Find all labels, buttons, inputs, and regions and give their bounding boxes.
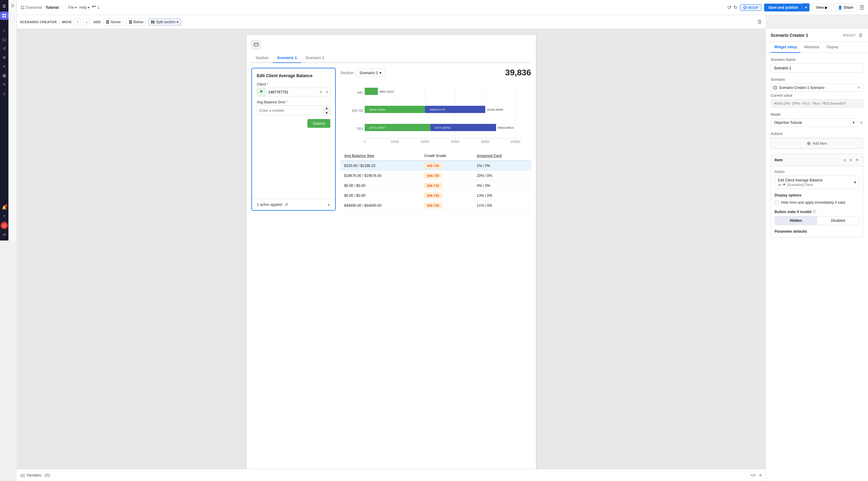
number-down-btn[interactable]: ▼ xyxy=(323,110,330,115)
balance-cell: $44690.00 / $44690.00 xyxy=(341,201,421,211)
star-icon[interactable]: ☆ xyxy=(60,5,63,10)
svg-rect-14 xyxy=(129,22,132,24)
balance-cell: $0.00 / $0.00 xyxy=(341,191,421,201)
client-input-wrap[interactable]: 1497767701 ✕ ▾ xyxy=(257,88,330,96)
move-down-btn[interactable]: ↓ xyxy=(83,19,90,25)
grade-cell: 640-730 xyxy=(421,171,434,181)
clear-client-icon[interactable]: ✕ xyxy=(317,88,324,96)
svg-rect-7 xyxy=(23,8,24,9)
svg-rect-1 xyxy=(4,14,6,15)
sidebar-menu-icon[interactable]: ☰ xyxy=(1,2,8,10)
sidebar-help-icon[interactable]: ? xyxy=(1,213,8,220)
svg-rect-8 xyxy=(92,6,94,7)
table-row: $44690.00 / $44690.00 640-730 11% / 0% xyxy=(341,201,434,211)
form-footer: 1 action applied ↺ ∧ xyxy=(252,199,335,210)
second-sidebar-toggle[interactable]: ☰ xyxy=(9,2,16,9)
col-credit-grade: Credit Grade xyxy=(421,151,434,161)
page-number: 1 xyxy=(97,5,99,10)
scenario-dropdown[interactable]: Scenario 1 ▾ xyxy=(356,69,384,77)
sidebar-history-icon[interactable]: ↺ xyxy=(1,44,8,52)
col-avg-balance[interactable]: Avg Balance 3mo xyxy=(341,151,421,161)
client-label: Client xyxy=(257,82,266,87)
move-label: MOVE xyxy=(62,20,72,24)
tab-scenario1[interactable]: Scenario 1 xyxy=(273,53,301,63)
help-menu[interactable]: Help ▾ xyxy=(79,5,90,10)
sidebar-list-icon[interactable]: ≡ xyxy=(1,63,8,70)
expand-client-icon[interactable]: ▾ xyxy=(324,88,330,96)
balance-cell: $0.00 / $0.00 xyxy=(341,181,421,191)
svg-text:40000: 40000 xyxy=(421,140,429,143)
breadcrumb-current: Tutorial xyxy=(45,5,59,10)
section-label: Section xyxy=(341,70,353,75)
sidebar-home-icon[interactable]: ⌂ xyxy=(1,27,8,34)
bar-chart-svg: 0 20000 40000 60000 80000 100000 xyxy=(341,81,434,150)
svg-rect-12 xyxy=(106,22,109,24)
svg-rect-0 xyxy=(2,14,4,15)
left-sidebar: ☰ ⌂ ◱ ↺ ⊕ ≡ ▦ ✎ ◇ 🔔 ? U ⇄ xyxy=(0,0,8,241)
table-row: $0.00 / $0.00 640-730 13% / 0% xyxy=(341,191,434,201)
svg-text:730+: 730+ xyxy=(356,127,363,130)
table-row: $0.00 / $0.00 640-730 4% / 0% xyxy=(341,181,434,191)
data-table: Avg Balance 3mo Credit Grade Acquired Ca… xyxy=(341,151,434,211)
svg-text:640-730: 640-730 xyxy=(352,109,363,113)
chart-header: Section Scenario 1 ▾ 39,836 xyxy=(341,68,434,77)
action-applied-text: 1 action applied xyxy=(257,202,282,207)
svg-text:8891.22222: 8891.22222 xyxy=(380,90,394,93)
table-row: $19676.00 / $19676.00 640-730 20% / 0% xyxy=(341,171,434,181)
svg-text:40506.97175: 40506.97175 xyxy=(430,108,434,111)
split-dropdown-arrow: ▾ xyxy=(177,20,179,24)
tabs: Section Scenario 1 Scenario 2 xyxy=(251,53,434,63)
scenario-layout: Edit Client Average Balance Client * 149… xyxy=(251,68,434,211)
svg-rect-13 xyxy=(129,21,132,22)
svg-text:640-: 640- xyxy=(357,91,363,94)
grade-cell: 640-730 xyxy=(421,161,434,171)
balance-cell: $100.00 / $2186.33 xyxy=(341,161,421,171)
sidebar-diamond-icon[interactable]: ◇ xyxy=(1,90,8,97)
file-menu[interactable]: File ▾ xyxy=(68,5,77,10)
scenario-dropdown-text: Scenario 1 xyxy=(359,70,378,75)
svg-rect-4 xyxy=(21,6,22,7)
svg-rect-5 xyxy=(23,6,24,7)
form-title: Edit Client Average Balance xyxy=(257,73,330,78)
number-up-btn[interactable]: ▲ xyxy=(323,106,330,110)
topbar: Scenarios › Tutorial ☆ File ▾ Help ▾ 1 ↺… xyxy=(17,0,434,15)
sidebar-search-icon[interactable]: ⊕ xyxy=(1,54,8,61)
sidebar-bell-icon[interactable]: 🔔 xyxy=(1,204,8,211)
tab-scenario2[interactable]: Scenario 2 xyxy=(301,53,328,63)
chart-panel: Section Scenario 1 ▾ 39,836 xyxy=(336,68,434,211)
scenario-creator-label: SCENARIO CREATOR xyxy=(20,20,57,24)
widget-icon xyxy=(251,40,261,50)
svg-rect-9 xyxy=(94,6,96,7)
sidebar-arrows-icon[interactable]: ⇄ xyxy=(1,231,8,238)
sidebar-user-icon[interactable]: U xyxy=(1,222,8,229)
grade-cell: 640-730 xyxy=(421,181,434,191)
sidebar-chart-icon[interactable]: ▦ xyxy=(1,72,8,79)
form-panel: Edit Client Average Balance Client * 149… xyxy=(251,68,336,211)
svg-rect-45 xyxy=(430,124,434,131)
svg-rect-17 xyxy=(254,43,258,46)
grade-cell: 640-730 xyxy=(421,191,434,201)
bar-chart: 0 20000 40000 60000 80000 100000 xyxy=(341,81,434,151)
client-input[interactable]: 1497767701 xyxy=(266,88,317,96)
canvas: Section Scenario 1 Scenario 2 Edit Clien… xyxy=(17,29,434,241)
split-section-btn[interactable]: Split section ▾ xyxy=(148,19,181,26)
breadcrumb-parent[interactable]: Scenarios xyxy=(26,5,42,10)
scenario-selector: Section Scenario 1 ▾ xyxy=(341,69,385,77)
breadcrumb: Scenarios › Tutorial ☆ xyxy=(21,5,63,10)
sidebar-edit-icon[interactable]: ✎ xyxy=(1,81,8,88)
collapse-form-icon[interactable]: ∧ xyxy=(327,202,330,207)
sidebar-app-icon[interactable] xyxy=(0,11,8,20)
svg-rect-3 xyxy=(4,16,6,18)
submit-btn[interactable]: Submit xyxy=(307,119,330,128)
tab-section[interactable]: Section xyxy=(251,53,273,63)
add-above-btn[interactable]: Above xyxy=(103,19,124,26)
svg-text:0: 0 xyxy=(364,140,366,143)
move-up-btn[interactable]: ↑ xyxy=(74,19,81,25)
svg-text:44771.84762: 44771.84762 xyxy=(369,126,385,129)
scenario-dropdown-arrow: ▾ xyxy=(379,70,381,75)
add-below-btn[interactable]: Below xyxy=(126,19,146,26)
svg-rect-16 xyxy=(153,21,154,24)
reset-actions-icon[interactable]: ↺ xyxy=(284,202,288,207)
avg-balance-input[interactable] xyxy=(257,107,323,115)
sidebar-layers-icon[interactable]: ◱ xyxy=(1,36,8,43)
